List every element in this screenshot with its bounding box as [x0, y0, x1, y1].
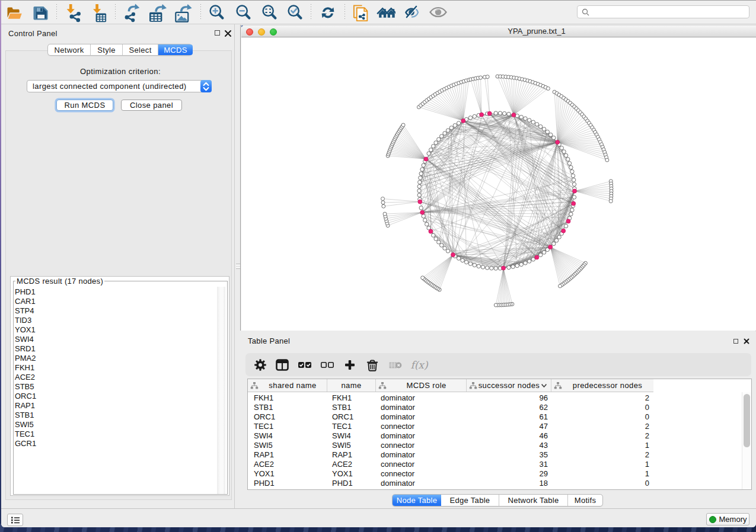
- table-row[interactable]: RAP1RAP1dominator352: [248, 450, 751, 460]
- toolbar-separator: [115, 4, 116, 21]
- table-cell: SWI5: [332, 441, 351, 450]
- close-panel-button[interactable]: Close panel: [121, 100, 182, 111]
- table-cell: SWI4: [254, 431, 273, 441]
- table-row[interactable]: ACE2ACE2connector311: [248, 460, 751, 469]
- table-row[interactable]: ORC1ORC1dominator610: [248, 412, 751, 422]
- search-input[interactable]: [577, 5, 749, 18]
- window-close-light[interactable]: [246, 28, 253, 36]
- table-settings-icon[interactable]: [253, 353, 267, 376]
- mcds-result-item[interactable]: STB1: [12, 411, 216, 420]
- mcds-result-item[interactable]: PHD1: [12, 287, 216, 297]
- mcds-result-item[interactable]: ORC1: [12, 392, 216, 401]
- mcds-result-item[interactable]: SWI4: [12, 335, 216, 344]
- deselect-all-icon[interactable]: [320, 353, 335, 376]
- delete-column-icon[interactable]: [365, 353, 379, 376]
- optimization-criterion-value: largest connected component (undirected): [33, 82, 187, 91]
- zoom-out-icon[interactable]: [234, 4, 252, 21]
- mcds-result-item[interactable]: TID3: [12, 316, 216, 325]
- memory-button[interactable]: Memory: [706, 513, 749, 525]
- close-panel-icon[interactable]: [224, 30, 232, 37]
- import-table-icon[interactable]: [90, 2, 111, 23]
- tab-mcds[interactable]: MCDS: [158, 44, 193, 55]
- mcds-result-item[interactable]: FKH1: [12, 363, 216, 373]
- export-image-icon[interactable]: [171, 2, 193, 23]
- control-panel: Control Panel Network Style Select MCDS …: [1, 24, 235, 508]
- zoom-fit-icon[interactable]: [260, 4, 278, 21]
- column-header-MCDS-role[interactable]: MCDS role: [376, 379, 467, 392]
- search-network-icon[interactable]: [377, 4, 394, 21]
- save-session-icon[interactable]: [33, 4, 50, 21]
- vertical-splitter-handle[interactable]: [236, 264, 240, 269]
- tab-network-table[interactable]: Network Table: [499, 495, 568, 506]
- table-row[interactable]: SWI4SWI4dominator462: [248, 431, 751, 441]
- add-column-icon[interactable]: [343, 353, 357, 376]
- tab-style[interactable]: Style: [91, 44, 123, 55]
- run-mcds-button[interactable]: Run MCDS: [56, 100, 113, 111]
- column-header-successor-nodes[interactable]: successor nodes: [467, 379, 551, 392]
- mcds-result-item[interactable]: SWI5: [12, 420, 216, 430]
- mcds-result-item[interactable]: GCR1: [12, 439, 216, 448]
- mcds-result-scrollbar[interactable]: [217, 287, 225, 494]
- main-toolbar: [1, 1, 756, 24]
- toolbar-separator: [200, 4, 201, 21]
- table-row[interactable]: TEC1TEC1connector472: [248, 422, 751, 431]
- network-titlebar[interactable]: YPA_prune.txt_1: [241, 25, 756, 37]
- mcds-result-item[interactable]: ACE2: [12, 373, 216, 382]
- refresh-view-icon[interactable]: [319, 4, 337, 21]
- hide-panel-icon[interactable]: [403, 4, 420, 21]
- mcds-result-item[interactable]: CAR1: [12, 297, 216, 306]
- tab-node-table[interactable]: Node Table: [393, 495, 441, 506]
- mcds-result-item[interactable]: RAP1: [12, 401, 216, 411]
- column-header-shared-name[interactable]: shared name: [248, 379, 327, 392]
- shared-column-icon: [469, 382, 477, 389]
- table-close-icon[interactable]: [744, 338, 751, 346]
- table-row[interactable]: SWI5SWI5connector431: [248, 441, 751, 450]
- mcds-result-list[interactable]: PHD1CAR1STP4TID3YOX1SWI4SRD1PMA2FKH1ACE2…: [12, 287, 216, 448]
- window-zoom-light[interactable]: [270, 28, 277, 36]
- tab-network[interactable]: Network: [48, 44, 91, 55]
- table-row[interactable]: STB1STB1dominator620: [248, 403, 751, 412]
- optimization-criterion-select[interactable]: largest connected component (undirected): [27, 80, 212, 92]
- mcds-result-item[interactable]: PMA2: [12, 354, 216, 363]
- mcds-result-item[interactable]: STP4: [12, 306, 216, 316]
- mcds-result-item[interactable]: SRD1: [12, 344, 216, 354]
- import-network-icon[interactable]: [66, 2, 88, 23]
- show-panel-icon[interactable]: [429, 4, 447, 21]
- column-header-label: MCDS role: [387, 381, 466, 390]
- open-session-icon[interactable]: [7, 4, 24, 21]
- zoom-selected-icon[interactable]: [286, 4, 304, 21]
- export-network-icon[interactable]: [122, 2, 143, 23]
- table-float-icon[interactable]: [733, 339, 738, 344]
- table-row[interactable]: FKH1FKH1dominator962: [248, 393, 751, 403]
- table-scrollbar[interactable]: [742, 392, 751, 489]
- tab-edge-table[interactable]: Edge Table: [441, 495, 499, 506]
- mcds-result-item[interactable]: STB5: [12, 382, 216, 392]
- window-minimize-light[interactable]: [258, 28, 265, 36]
- select-stepper-icon: [200, 80, 212, 92]
- network-canvas[interactable]: [241, 38, 756, 331]
- table-cell: 46: [467, 431, 548, 441]
- table-scrollbar-thumb[interactable]: [744, 394, 750, 447]
- float-panel-icon[interactable]: [215, 30, 220, 36]
- column-header-name[interactable]: name: [327, 379, 376, 392]
- export-table-icon[interactable]: [146, 2, 167, 23]
- select-all-icon[interactable]: [297, 353, 312, 376]
- toolbar-separator: [311, 4, 311, 21]
- table-cell: STB1: [332, 403, 352, 412]
- task-history-button[interactable]: [7, 514, 23, 526]
- column-header-label: shared name: [259, 381, 327, 390]
- column-header-predecessor-nodes[interactable]: predecessor nodes: [551, 379, 653, 392]
- table-row[interactable]: YOX1YOX1connector291: [248, 469, 751, 479]
- table-cell: dominator: [381, 450, 415, 460]
- table-columns-icon[interactable]: [275, 353, 289, 376]
- tab-motifs[interactable]: Motifs: [568, 495, 602, 506]
- zoom-in-icon[interactable]: [208, 4, 225, 21]
- export-document-icon[interactable]: [352, 4, 370, 21]
- table-row[interactable]: PHD1PHD1dominator180: [248, 479, 751, 488]
- tab-select[interactable]: Select: [123, 44, 158, 55]
- delete-table-icon[interactable]: [388, 353, 403, 376]
- mcds-result-item[interactable]: YOX1: [12, 325, 216, 335]
- function-builder-icon[interactable]: f(x): [410, 353, 428, 376]
- mcds-result-title: MCDS result (17 nodes): [15, 277, 104, 286]
- mcds-result-item[interactable]: TEC1: [12, 430, 216, 439]
